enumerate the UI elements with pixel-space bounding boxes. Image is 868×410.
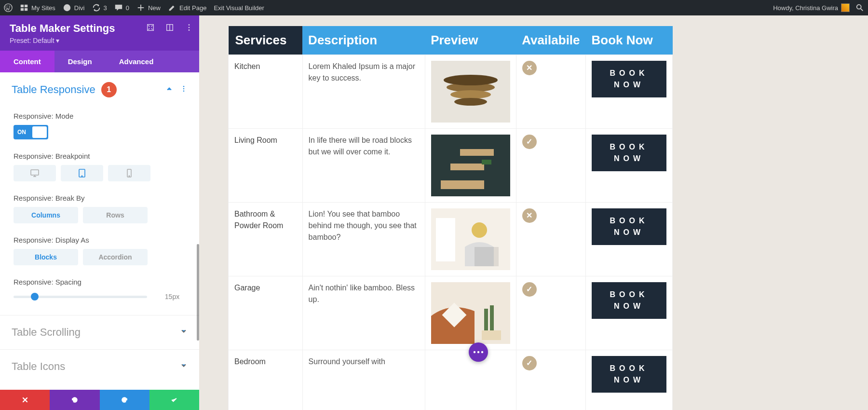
howdy-link[interactable]: Howdy, Christina Gwira [773, 3, 850, 12]
svg-point-43 [477, 351, 479, 353]
search-toggle[interactable] [855, 3, 864, 12]
svg-rect-41 [482, 330, 501, 340]
breakpoint-desktop[interactable] [14, 165, 56, 181]
preview-thumbnail [431, 135, 510, 196]
cell-available: ✓ [516, 350, 585, 410]
pencil-icon [168, 3, 176, 12]
preset-selector[interactable]: Preset: Default ▾ [10, 37, 190, 44]
check-icon: ✓ [522, 356, 537, 370]
cell-description: In life there will be road blocks but we… [302, 129, 425, 203]
display-accordion[interactable]: Accordion [83, 249, 148, 265]
cell-service: Bathroom & Powder Room [229, 203, 303, 276]
undo-button[interactable] [50, 390, 99, 410]
close-icon: ✕ [522, 61, 537, 75]
chevron-up-icon[interactable] [165, 85, 173, 95]
cell-description: Lion! You see that bamboo behind me thou… [302, 203, 425, 276]
spacing-value[interactable]: 15px [159, 291, 186, 302]
preview-thumbnail [431, 282, 510, 344]
save-button[interactable] [149, 390, 199, 410]
cell-preview [425, 276, 516, 350]
svg-point-25 [450, 90, 491, 99]
table-row: Bathroom & Powder RoomLion! You see that… [229, 203, 673, 276]
my-sites-label: My Sites [31, 4, 55, 12]
panel-title: Table Scrolling [12, 326, 81, 339]
slider-thumb[interactable] [31, 293, 39, 301]
redo-button[interactable] [100, 390, 149, 410]
comments-link[interactable]: 0 [114, 3, 129, 12]
cell-booknow: BOOK NOW [586, 55, 673, 129]
preview-thumbnail [431, 61, 510, 123]
howdy-label: Howdy, Christina Gwira [773, 4, 838, 12]
breakby-columns[interactable]: Columns [14, 207, 78, 223]
module-options-fab[interactable] [469, 342, 488, 362]
update-icon [92, 3, 101, 12]
panel-title: Table Responsive [12, 83, 95, 96]
table-row: GarageAin't nothin' like bamboo. Bless u… [229, 276, 673, 350]
panel-more-icon[interactable] [180, 85, 188, 95]
wordpress-icon [4, 3, 13, 12]
scrollbar-thumb[interactable] [197, 244, 199, 341]
divi-link[interactable]: Divi [63, 3, 85, 12]
svg-rect-40 [490, 305, 494, 333]
wp-logo[interactable] [4, 3, 13, 12]
divi-label: Divi [74, 4, 85, 12]
settings-sidebar: Table Maker Settings Preset: Default ▾ C… [0, 15, 199, 410]
tab-design[interactable]: Design [54, 51, 106, 72]
cell-booknow: BOOK NOW [586, 203, 673, 276]
divi-icon [63, 3, 71, 12]
cell-available: ✓ [516, 276, 585, 350]
svg-rect-4 [25, 8, 27, 11]
svg-point-26 [454, 98, 487, 106]
display-blocks[interactable]: Blocks [14, 249, 78, 265]
svg-point-20 [81, 176, 82, 177]
display-label: Responsive: Display As [14, 236, 186, 244]
tab-content[interactable]: Content [0, 51, 54, 72]
more-icon[interactable] [185, 23, 193, 32]
my-sites-link[interactable]: My Sites [20, 3, 55, 12]
breakby-rows[interactable]: Rows [83, 207, 148, 223]
book-now-button[interactable]: BOOK NOW [592, 61, 666, 97]
cell-booknow: BOOK NOW [586, 350, 673, 410]
spacing-slider[interactable] [14, 296, 147, 298]
mode-toggle[interactable]: ON [14, 125, 48, 139]
expand-icon[interactable] [146, 23, 155, 32]
svg-point-5 [64, 4, 70, 11]
book-now-button[interactable]: BOOK NOW [592, 356, 666, 393]
cell-description: Lorem Khaled Ipsum is a major key to suc… [302, 55, 425, 129]
cell-preview [425, 55, 516, 129]
book-now-button[interactable]: BOOK NOW [592, 282, 666, 319]
svg-rect-31 [441, 180, 484, 189]
th-description: Description [302, 26, 425, 55]
th-services: Services [229, 26, 303, 55]
sidebar-header: Table Maker Settings Preset: Default ▾ [0, 15, 199, 51]
cancel-button[interactable] [0, 390, 50, 410]
avatar [841, 3, 850, 12]
panel-table-icons[interactable]: Table Icons [0, 349, 199, 383]
book-now-button[interactable]: BOOK NOW [592, 208, 666, 245]
sidebar-footer [0, 390, 199, 410]
cell-preview [425, 203, 516, 276]
tab-advanced[interactable]: Advanced [106, 51, 167, 72]
chevron-down-icon [180, 328, 188, 337]
breakpoint-phone[interactable] [108, 165, 150, 181]
panel-table-scrolling[interactable]: Table Scrolling [0, 315, 199, 349]
new-link[interactable]: New [136, 3, 161, 12]
panel-table-responsive[interactable]: Table Responsive 1 [0, 72, 199, 103]
new-label: New [148, 4, 161, 12]
svg-point-16 [183, 88, 185, 90]
exit-vb-label: Exit Visual Builder [214, 4, 264, 12]
edit-page-link[interactable]: Edit Page [168, 3, 206, 12]
updates-link[interactable]: 3 [92, 3, 107, 12]
svg-rect-7 [138, 7, 144, 8]
breakpoint-tablet[interactable] [61, 165, 103, 181]
cell-available: ✓ [516, 129, 585, 203]
svg-rect-29 [460, 149, 494, 156]
exit-vb-link[interactable]: Exit Visual Builder [214, 4, 264, 12]
th-preview: Preview [425, 26, 516, 55]
svg-point-8 [857, 5, 861, 9]
svg-point-22 [129, 176, 129, 176]
columns-icon[interactable] [165, 23, 174, 32]
cell-available: ✕ [516, 55, 585, 129]
book-now-button[interactable]: BOOK NOW [592, 135, 666, 171]
cell-service: Living Room [229, 129, 303, 203]
